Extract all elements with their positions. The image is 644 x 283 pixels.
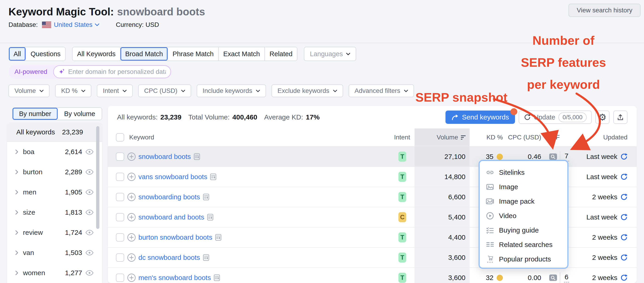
- serp-card-icon[interactable]: [194, 153, 200, 160]
- row-checkbox[interactable]: [116, 233, 124, 242]
- keyword-group-item[interactable]: van 1,503: [7, 243, 102, 263]
- tab-by-number[interactable]: By number: [12, 108, 58, 120]
- add-keyword-icon[interactable]: [127, 152, 136, 161]
- filter-dropdown[interactable]: Volume: [8, 84, 50, 97]
- keyword-link[interactable]: vans snowboard boots: [138, 173, 207, 181]
- tab[interactable]: Broad Match: [120, 47, 168, 60]
- serp-snapshot-icon[interactable]: [549, 275, 557, 281]
- all-keywords-row[interactable]: All keywords 23,239: [7, 123, 102, 142]
- header-volume[interactable]: Volume: [414, 128, 470, 146]
- filter-dropdown[interactable]: Include keywords: [197, 84, 266, 97]
- keyword-group-item[interactable]: boa 2,614: [7, 142, 102, 162]
- refresh-row-icon[interactable]: [620, 193, 628, 201]
- intent-badge[interactable]: T: [398, 192, 406, 202]
- add-keyword-icon[interactable]: [127, 233, 136, 242]
- eye-icon[interactable]: [86, 209, 94, 215]
- tab[interactable]: Questions: [26, 47, 65, 60]
- serp-feature-related-searches[interactable]: Related searches: [480, 237, 567, 252]
- eye-icon[interactable]: [86, 169, 94, 175]
- eye-icon[interactable]: [86, 250, 94, 256]
- header-sf[interactable]: SF: [541, 128, 578, 146]
- keyword-link[interactable]: snowboard and boots: [138, 213, 204, 221]
- eye-icon[interactable]: [86, 149, 94, 155]
- database-selector[interactable]: United States: [54, 21, 100, 28]
- updated-cell: Last week: [578, 153, 628, 161]
- filter-dropdown[interactable]: CPC (USD): [138, 84, 191, 97]
- add-keyword-icon[interactable]: [127, 172, 136, 181]
- eye-icon[interactable]: [86, 189, 94, 195]
- keyword-link[interactable]: snowboard boots: [138, 153, 191, 161]
- intent-badge[interactable]: T: [398, 152, 406, 162]
- refresh-row-icon[interactable]: [620, 234, 628, 241]
- domain-input[interactable]: [68, 68, 166, 75]
- intent-badge[interactable]: C: [398, 212, 406, 222]
- serp-feature-sitelinks[interactable]: Sitelinks: [480, 165, 567, 180]
- eye-icon[interactable]: [86, 270, 94, 276]
- header-kd[interactable]: KD %: [470, 134, 503, 141]
- serp-feature-popular-products[interactable]: Popular products: [480, 252, 567, 266]
- keyword-group-item[interactable]: men 1,905: [7, 182, 102, 202]
- intent-badge[interactable]: T: [398, 232, 406, 242]
- row-checkbox[interactable]: [116, 153, 124, 161]
- select-all-checkbox[interactable]: [116, 133, 124, 141]
- languages-dropdown[interactable]: Languages: [304, 47, 356, 61]
- keyword-group-item[interactable]: women 1,277: [7, 263, 102, 283]
- serp-card-icon[interactable]: [210, 173, 216, 181]
- serp-card-icon[interactable]: [215, 234, 222, 241]
- eye-icon[interactable]: [86, 230, 94, 236]
- filter-dropdown[interactable]: KD %: [55, 84, 91, 97]
- filter-dropdown[interactable]: Advanced filters: [348, 84, 414, 97]
- refresh-row-icon[interactable]: [620, 173, 628, 181]
- serp-feature-video[interactable]: Video: [480, 209, 567, 223]
- keyword-link[interactable]: burton snowboard boots: [138, 234, 212, 241]
- keyword-link[interactable]: men's snowboard boots: [138, 274, 211, 282]
- add-keyword-icon[interactable]: [127, 192, 136, 202]
- tab[interactable]: Phrase Match: [168, 47, 219, 60]
- add-keyword-icon[interactable]: [127, 273, 136, 282]
- refresh-row-icon[interactable]: [620, 274, 628, 282]
- export-button[interactable]: [613, 111, 628, 124]
- add-keyword-icon[interactable]: [127, 213, 136, 222]
- keyword-group-item[interactable]: review 1,724: [7, 223, 102, 243]
- serp-card-icon[interactable]: [203, 193, 209, 201]
- tab[interactable]: Exact Match: [219, 47, 265, 60]
- update-button[interactable]: Update 0/5,000: [519, 111, 592, 124]
- tab[interactable]: All Keywords: [72, 47, 121, 60]
- serp-card-icon[interactable]: [214, 274, 220, 282]
- settings-button[interactable]: ⚙: [595, 111, 610, 124]
- tab-by-volume[interactable]: By volume: [58, 108, 102, 120]
- row-checkbox[interactable]: [116, 173, 124, 181]
- send-keywords-button[interactable]: Send keywords: [446, 111, 515, 124]
- serp-snapshot-icon[interactable]: [549, 153, 557, 160]
- header-cpc[interactable]: CPC (USD): [503, 134, 541, 141]
- serp-feature-buying-guide[interactable]: Buying guide: [480, 223, 567, 237]
- keyword-group-item[interactable]: size 1,813: [7, 202, 102, 223]
- row-checkbox[interactable]: [116, 213, 124, 221]
- row-checkbox[interactable]: [116, 274, 124, 282]
- keyword-group-item[interactable]: burton 2,289: [7, 162, 102, 182]
- serp-feature-image-pack[interactable]: Image pack: [480, 194, 567, 209]
- intent-badge[interactable]: T: [398, 172, 406, 182]
- header-intent[interactable]: Intent: [350, 128, 414, 146]
- serp-feature-image[interactable]: Image: [480, 180, 567, 194]
- refresh-row-icon[interactable]: [620, 153, 628, 160]
- view-search-history-button[interactable]: View search history: [568, 4, 640, 17]
- keyword-link[interactable]: dc snowboard boots: [138, 254, 200, 262]
- add-keyword-icon[interactable]: [127, 253, 136, 262]
- serp-card-icon[interactable]: [207, 214, 214, 221]
- refresh-row-icon[interactable]: [620, 254, 628, 261]
- intent-badge[interactable]: T: [398, 253, 406, 263]
- header-updated[interactable]: Updated: [578, 134, 628, 141]
- filter-dropdown[interactable]: Exclude keywords: [272, 84, 343, 97]
- filter-dropdown[interactable]: Intent: [97, 84, 133, 97]
- tab[interactable]: Related: [265, 47, 297, 60]
- keyword-link[interactable]: snowboarding boots: [138, 193, 200, 201]
- row-checkbox[interactable]: [116, 193, 124, 201]
- tab[interactable]: All: [9, 47, 26, 60]
- serp-card-icon[interactable]: [203, 254, 209, 261]
- row-checkbox[interactable]: [116, 254, 124, 262]
- refresh-row-icon[interactable]: [620, 214, 628, 221]
- intent-badge[interactable]: T: [398, 273, 406, 283]
- sidebar-scrollbar[interactable]: [96, 126, 100, 229]
- sf-count[interactable]: 6: [564, 273, 569, 283]
